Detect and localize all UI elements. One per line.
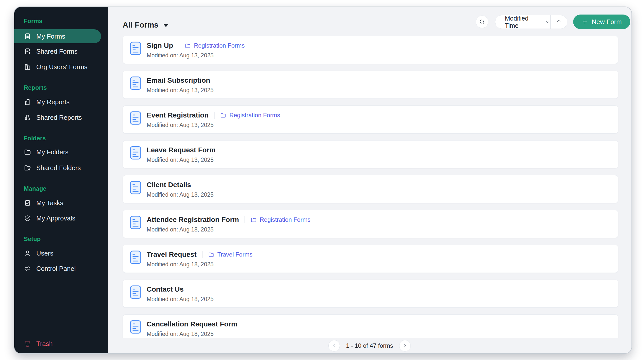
form-row[interactable]: Leave Request FormModified on: Aug 13, 2… [123, 140, 618, 168]
shared-report-icon [24, 114, 31, 121]
app-window: FormsMy FormsShared FormsOrg Users' Form… [14, 7, 631, 353]
form-doc-icon [130, 216, 141, 230]
users-icon [24, 250, 31, 257]
pagination-bar: 1 - 10 of 47 forms [108, 338, 631, 353]
main-content: All Forms Modified Time New Form Sign Up… [108, 7, 631, 353]
sidebar: FormsMy FormsShared FormsOrg Users' Form… [14, 7, 108, 353]
arrow-up-icon [556, 19, 562, 25]
folder-name: Registration Forms [194, 42, 245, 49]
form-row[interactable]: Travel RequestTravel FormsModified on: A… [123, 245, 618, 273]
pagination-next-button[interactable] [399, 340, 411, 351]
form-row[interactable]: Contact UsModified on: Aug 18, 2025 [123, 280, 618, 308]
form-icon [24, 33, 31, 40]
search-button[interactable] [476, 16, 488, 28]
chevron-left-icon [332, 343, 337, 348]
form-title-line: Client Details [147, 181, 191, 189]
sidebar-item-org-users-forms[interactable]: Org Users' Forms [14, 60, 108, 74]
form-row[interactable]: Client DetailsModified on: Aug 13, 2025 [123, 175, 618, 203]
sidebar-item-label: My Tasks [36, 199, 63, 207]
sidebar-item-label: My Forms [36, 33, 65, 40]
folder-name: Travel Forms [217, 251, 252, 258]
sidebar-item-shared-reports[interactable]: Shared Reports [14, 111, 108, 124]
form-modified-date: Modified on: Aug 13, 2025 [147, 157, 213, 163]
folder-icon [185, 43, 191, 49]
form-doc-icon [130, 181, 141, 195]
form-title-line: Travel RequestTravel Forms [147, 251, 253, 259]
sidebar-item-label: Users [36, 250, 53, 257]
form-row[interactable]: Attendee Registration FormRegistration F… [123, 210, 618, 238]
form-title-line: Sign UpRegistration Forms [147, 42, 245, 50]
plus-icon [582, 19, 588, 25]
form-title: Client Details [147, 181, 191, 189]
sidebar-item-my-tasks[interactable]: My Tasks [14, 196, 108, 210]
sidebar-item-label: Control Panel [36, 265, 76, 273]
form-modified-date: Modified on: Aug 18, 2025 [147, 296, 213, 303]
title-divider [202, 251, 202, 258]
org-icon [24, 63, 31, 71]
chevron-right-icon [402, 343, 407, 348]
sidebar-item-label: My Folders [36, 148, 69, 156]
sidebar-item-users[interactable]: Users [14, 247, 108, 260]
pagination-prev-button[interactable] [328, 340, 340, 351]
form-title: Email Subscription [147, 76, 210, 84]
form-folder-link[interactable]: Registration Forms [185, 42, 245, 49]
sidebar-section-label-forms: Forms [24, 18, 42, 25]
shared-folder-icon [24, 164, 31, 172]
sidebar-item-my-reports[interactable]: My Reports [14, 95, 108, 109]
new-form-label: New Form [592, 18, 622, 26]
sort-control: Modified Time [495, 15, 567, 29]
new-form-button[interactable]: New Form [573, 15, 630, 29]
folder-icon [220, 112, 226, 118]
form-doc-icon [130, 111, 141, 126]
form-doc-icon [130, 42, 141, 56]
forms-view-dropdown[interactable]: All Forms [123, 21, 168, 30]
sidebar-item-control-panel[interactable]: Control Panel [14, 262, 108, 275]
form-title-line: Cancellation Request Form [147, 320, 238, 328]
sidebar-item-label: Shared Folders [36, 164, 81, 172]
form-row[interactable]: Sign UpRegistration FormsModified on: Au… [123, 36, 618, 64]
form-doc-icon [130, 76, 141, 91]
form-doc-icon [130, 285, 141, 300]
form-folder-link[interactable]: Registration Forms [220, 112, 280, 119]
report-icon [24, 98, 31, 106]
sidebar-item-my-forms[interactable]: My Forms [14, 29, 101, 43]
pagination-label: 1 - 10 of 47 forms [346, 342, 393, 349]
form-folder-link[interactable]: Registration Forms [251, 216, 311, 223]
form-doc-icon [130, 251, 141, 265]
search-icon [479, 19, 485, 25]
sidebar-item-label: Org Users' Forms [36, 63, 87, 71]
sidebar-section-label-manage: Manage [24, 185, 47, 192]
form-modified-date: Modified on: Aug 18, 2025 [147, 331, 213, 337]
sidebar-item-label: Shared Forms [36, 48, 78, 55]
page-title: All Forms [123, 21, 158, 30]
form-modified-date: Modified on: Aug 13, 2025 [147, 87, 213, 94]
sidebar-item-label: Trash [36, 340, 53, 348]
form-doc-icon [130, 146, 141, 161]
form-row[interactable]: Email SubscriptionModified on: Aug 13, 2… [123, 71, 618, 99]
sort-field-dropdown[interactable]: Modified Time [495, 15, 550, 29]
control-icon [24, 265, 31, 272]
approvals-icon [24, 214, 31, 222]
form-title: Event Registration [147, 111, 208, 119]
form-title: Cancellation Request Form [147, 320, 238, 328]
title-divider [245, 216, 245, 223]
form-folder-link[interactable]: Travel Forms [208, 251, 252, 258]
folder-name: Registration Forms [229, 112, 280, 119]
form-title: Sign Up [147, 42, 173, 50]
folder-icon [24, 148, 31, 156]
folder-icon [251, 217, 257, 223]
chevron-down-icon [545, 19, 550, 25]
sidebar-item-shared-folders[interactable]: Shared Folders [14, 161, 108, 175]
form-row[interactable]: Event RegistrationRegistration FormsModi… [123, 105, 618, 134]
form-title-line: Event RegistrationRegistration Forms [147, 111, 280, 119]
form-modified-date: Modified on: Aug 13, 2025 [147, 122, 213, 129]
sidebar-item-my-folders[interactable]: My Folders [14, 145, 108, 159]
form-title-line: Attendee Registration FormRegistration F… [147, 216, 310, 224]
tasks-icon [24, 199, 31, 207]
sidebar-item-trash[interactable]: Trash [14, 337, 108, 350]
sort-direction-button[interactable] [551, 15, 567, 29]
title-divider [179, 42, 179, 49]
folder-icon [208, 252, 214, 258]
sidebar-item-shared-forms[interactable]: Shared Forms [14, 45, 108, 58]
sidebar-item-my-approvals[interactable]: My Approvals [14, 211, 108, 225]
